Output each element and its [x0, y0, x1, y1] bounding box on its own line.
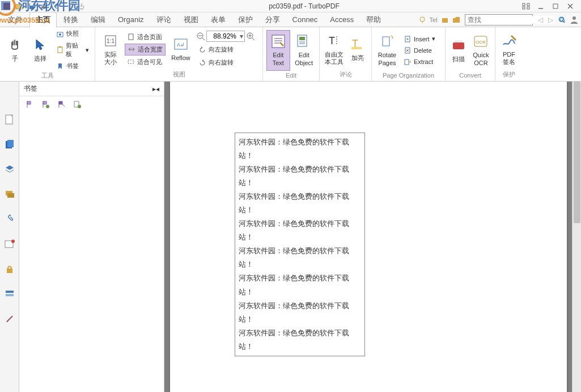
tab-comment[interactable]: 评论: [151, 12, 177, 27]
fit-width-button[interactable]: 适合宽度: [125, 44, 166, 56]
undo-icon[interactable]: [52, 2, 61, 11]
nav-prev-icon[interactable]: ◁: [536, 16, 545, 24]
insert-button[interactable]: Insert▾: [401, 34, 438, 44]
hand-icon: [7, 37, 23, 53]
save-icon[interactable]: [27, 2, 36, 11]
fields-icon[interactable]: [3, 288, 16, 300]
tab-form[interactable]: 表单: [205, 12, 231, 27]
close-icon[interactable]: [566, 2, 574, 10]
reflow-button[interactable]: A↲ Reflow: [168, 29, 194, 70]
extract-button[interactable]: Extract: [401, 57, 438, 67]
tab-access[interactable]: Access: [324, 13, 359, 26]
svg-rect-48: [351, 47, 362, 49]
bookmarks-panel: 书签 ▸◂: [19, 82, 164, 392]
touch-icon[interactable]: [77, 2, 86, 11]
zoom-input[interactable]: [207, 32, 238, 40]
tab-share[interactable]: 分享: [260, 12, 286, 27]
select-tool[interactable]: 选择: [28, 29, 51, 70]
fit-visible-button[interactable]: 适合可见: [125, 57, 166, 67]
bookmarks-title: 书签: [24, 84, 152, 93]
clip-icon[interactable]: [3, 213, 16, 225]
tab-home[interactable]: 主页: [29, 12, 57, 28]
tab-convert[interactable]: 转换: [58, 12, 84, 27]
tab-help[interactable]: 帮助: [361, 12, 387, 27]
text-line: 河东软件园：绿色免费的软件下载站！: [239, 163, 361, 190]
ribbon-collapse-icon[interactable]: [522, 2, 530, 10]
freetext-button[interactable]: T 自由文 本工具: [323, 29, 345, 70]
bell-icon[interactable]: [558, 16, 566, 24]
panel-collapse-icon[interactable]: ▸◂: [152, 85, 159, 93]
bookmark-nested-icon[interactable]: [57, 100, 66, 109]
open-icon[interactable]: [15, 2, 24, 11]
app-menu-icon[interactable]: [2, 2, 11, 11]
zoom-out-icon[interactable]: [196, 32, 205, 41]
svg-rect-16: [442, 18, 448, 23]
text-line: 河东软件园：绿色免费的软件下载站！: [239, 190, 361, 217]
highlight-button[interactable]: T 加亮: [347, 29, 368, 70]
scan-icon: [451, 37, 467, 53]
comments-icon[interactable]: [3, 188, 16, 201]
text-line: 河东软件园：绿色免费的软件下载站！: [239, 244, 361, 271]
folder-icon[interactable]: [452, 16, 461, 24]
tab-connect[interactable]: Connec: [287, 13, 324, 26]
ocr-icon: OCR: [473, 33, 489, 49]
svg-rect-49: [383, 37, 389, 46]
svg-point-21: [59, 33, 61, 36]
vertical-scrollbar[interactable]: [572, 82, 581, 392]
svg-point-73: [78, 105, 81, 108]
minimize-icon[interactable]: [537, 2, 545, 10]
bookmark-add-icon[interactable]: [41, 100, 50, 109]
svg-text:1:1: 1:1: [107, 38, 114, 44]
scan-button[interactable]: 扫描: [449, 30, 468, 71]
rotate-pages-button[interactable]: Rotate Pages: [375, 30, 399, 71]
tab-view[interactable]: 视图: [178, 12, 204, 27]
maximize-icon[interactable]: [552, 2, 559, 10]
layers-icon[interactable]: [3, 163, 16, 176]
edit-object-button[interactable]: Edit Object: [292, 30, 316, 71]
tab-file[interactable]: 文件: [2, 12, 28, 27]
zoom-input-box[interactable]: ▾: [206, 31, 245, 42]
fit-page-button[interactable]: 适合页面: [125, 32, 166, 42]
svg-point-71: [46, 105, 49, 108]
magic-icon[interactable]: [3, 313, 16, 325]
user-icon[interactable]: [570, 15, 579, 24]
redo-icon[interactable]: [65, 2, 74, 11]
rotate-right-button[interactable]: 向右旋转: [196, 57, 255, 68]
nav-next-icon[interactable]: ▷: [546, 16, 555, 24]
hand-tool[interactable]: 手: [3, 29, 26, 70]
tab-edit[interactable]: 编辑: [85, 12, 111, 27]
text-line: 河东软件园：绿色免费的软件下载站！: [239, 271, 361, 299]
bookmark-flag-icon[interactable]: [25, 100, 34, 109]
delete-button[interactable]: Delete: [401, 45, 438, 56]
svg-rect-68: [7, 269, 12, 273]
attachments-icon[interactable]: [3, 138, 16, 151]
zoom-in-icon[interactable]: [246, 32, 255, 41]
group-label-tools: 工具: [3, 71, 91, 81]
edit-text-button[interactable]: Edit Text: [266, 30, 290, 71]
document-view[interactable]: 河东软件园：绿色免费的软件下载站！ 河东软件园：绿色免费的软件下载站！ 河东软件…: [164, 82, 572, 392]
svg-rect-5: [43, 3, 46, 5]
lock-icon[interactable]: [3, 263, 16, 275]
bookmark-button[interactable]: 书签: [54, 61, 91, 71]
tab-protect[interactable]: 保护: [232, 12, 258, 27]
ocr-button[interactable]: OCR Quick OCR: [470, 30, 491, 71]
actual-size-button[interactable]: 1:1 实际 大小: [99, 29, 122, 70]
page-thumbs-icon[interactable]: [3, 113, 16, 126]
search-box[interactable]: [465, 14, 533, 25]
snapshot-button[interactable]: 快照: [54, 28, 91, 39]
tab-organize[interactable]: Organiz: [112, 13, 150, 26]
text-edit-box[interactable]: 河东软件园：绿色免费的软件下载站！ 河东软件园：绿色免费的软件下载站！ 河东软件…: [235, 133, 365, 356]
pdf-sign-button[interactable]: PDF 签名: [499, 29, 519, 70]
signature-icon[interactable]: [3, 238, 16, 250]
rotate-left-button[interactable]: 向左旋转: [196, 44, 255, 55]
bookmark-new-icon[interactable]: [73, 100, 82, 109]
print-icon[interactable]: [40, 2, 49, 11]
svg-rect-58: [455, 40, 463, 42]
package-icon[interactable]: [441, 16, 449, 24]
svg-rect-7: [527, 3, 529, 6]
bulb-icon[interactable]: [418, 16, 426, 24]
edit-text-icon: [270, 33, 286, 49]
svg-rect-1: [3, 3, 10, 10]
scrollbar-thumb[interactable]: [574, 82, 580, 223]
clipboard-button[interactable]: 剪贴板▾: [54, 40, 91, 59]
